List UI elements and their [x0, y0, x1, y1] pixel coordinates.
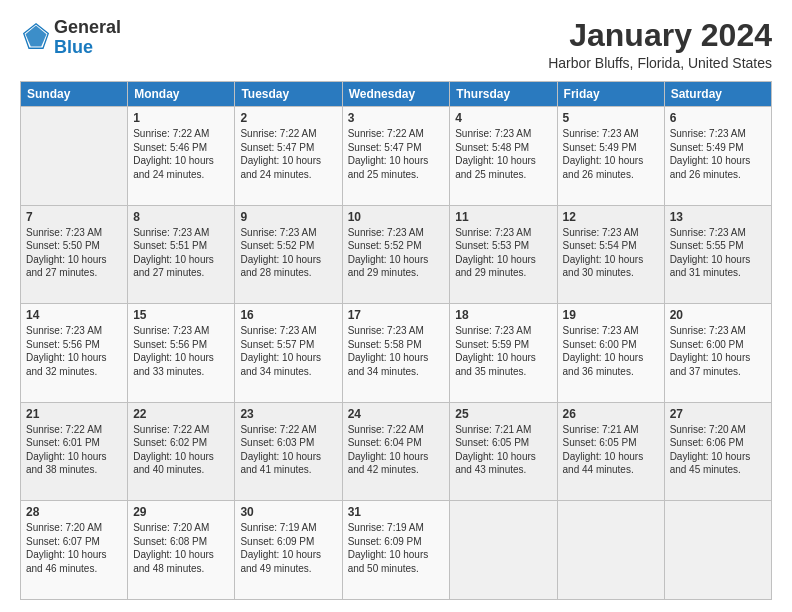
calendar-cell: 14Sunrise: 7:23 AM Sunset: 5:56 PM Dayli…: [21, 304, 128, 403]
day-info: Sunrise: 7:23 AM Sunset: 5:48 PM Dayligh…: [455, 127, 551, 181]
day-number: 3: [348, 111, 445, 125]
day-info: Sunrise: 7:23 AM Sunset: 6:00 PM Dayligh…: [563, 324, 659, 378]
day-number: 7: [26, 210, 122, 224]
day-info: Sunrise: 7:23 AM Sunset: 5:52 PM Dayligh…: [240, 226, 336, 280]
day-number: 4: [455, 111, 551, 125]
day-info: Sunrise: 7:22 AM Sunset: 5:47 PM Dayligh…: [240, 127, 336, 181]
day-info: Sunrise: 7:20 AM Sunset: 6:08 PM Dayligh…: [133, 521, 229, 575]
day-info: Sunrise: 7:23 AM Sunset: 5:56 PM Dayligh…: [133, 324, 229, 378]
day-info: Sunrise: 7:22 AM Sunset: 6:03 PM Dayligh…: [240, 423, 336, 477]
day-info: Sunrise: 7:23 AM Sunset: 5:59 PM Dayligh…: [455, 324, 551, 378]
calendar-cell: 19Sunrise: 7:23 AM Sunset: 6:00 PM Dayli…: [557, 304, 664, 403]
day-number: 12: [563, 210, 659, 224]
day-info: Sunrise: 7:23 AM Sunset: 5:52 PM Dayligh…: [348, 226, 445, 280]
calendar-day-header: Saturday: [664, 82, 771, 107]
calendar-cell: [21, 107, 128, 206]
day-info: Sunrise: 7:22 AM Sunset: 5:47 PM Dayligh…: [348, 127, 445, 181]
calendar-cell: 4Sunrise: 7:23 AM Sunset: 5:48 PM Daylig…: [450, 107, 557, 206]
calendar-cell: 16Sunrise: 7:23 AM Sunset: 5:57 PM Dayli…: [235, 304, 342, 403]
calendar-cell: [664, 501, 771, 600]
calendar-week-row: 21Sunrise: 7:22 AM Sunset: 6:01 PM Dayli…: [21, 402, 772, 501]
day-number: 28: [26, 505, 122, 519]
day-number: 21: [26, 407, 122, 421]
day-info: Sunrise: 7:23 AM Sunset: 6:00 PM Dayligh…: [670, 324, 766, 378]
calendar-cell: 9Sunrise: 7:23 AM Sunset: 5:52 PM Daylig…: [235, 205, 342, 304]
calendar-cell: 24Sunrise: 7:22 AM Sunset: 6:04 PM Dayli…: [342, 402, 450, 501]
logo: General Blue: [20, 18, 121, 58]
calendar-cell: 30Sunrise: 7:19 AM Sunset: 6:09 PM Dayli…: [235, 501, 342, 600]
calendar-header-row: SundayMondayTuesdayWednesdayThursdayFrid…: [21, 82, 772, 107]
day-info: Sunrise: 7:23 AM Sunset: 5:54 PM Dayligh…: [563, 226, 659, 280]
day-number: 2: [240, 111, 336, 125]
day-info: Sunrise: 7:23 AM Sunset: 5:53 PM Dayligh…: [455, 226, 551, 280]
day-info: Sunrise: 7:23 AM Sunset: 5:58 PM Dayligh…: [348, 324, 445, 378]
calendar-cell: 31Sunrise: 7:19 AM Sunset: 6:09 PM Dayli…: [342, 501, 450, 600]
calendar-cell: 5Sunrise: 7:23 AM Sunset: 5:49 PM Daylig…: [557, 107, 664, 206]
calendar-cell: 23Sunrise: 7:22 AM Sunset: 6:03 PM Dayli…: [235, 402, 342, 501]
day-info: Sunrise: 7:23 AM Sunset: 5:56 PM Dayligh…: [26, 324, 122, 378]
day-number: 9: [240, 210, 336, 224]
calendar-cell: [450, 501, 557, 600]
calendar-cell: 10Sunrise: 7:23 AM Sunset: 5:52 PM Dayli…: [342, 205, 450, 304]
calendar-day-header: Wednesday: [342, 82, 450, 107]
day-info: Sunrise: 7:22 AM Sunset: 5:46 PM Dayligh…: [133, 127, 229, 181]
location-text: Harbor Bluffs, Florida, United States: [548, 55, 772, 71]
calendar-cell: 2Sunrise: 7:22 AM Sunset: 5:47 PM Daylig…: [235, 107, 342, 206]
day-number: 11: [455, 210, 551, 224]
day-number: 27: [670, 407, 766, 421]
calendar-week-row: 1Sunrise: 7:22 AM Sunset: 5:46 PM Daylig…: [21, 107, 772, 206]
calendar-cell: 27Sunrise: 7:20 AM Sunset: 6:06 PM Dayli…: [664, 402, 771, 501]
title-area: January 2024 Harbor Bluffs, Florida, Uni…: [548, 18, 772, 71]
day-number: 29: [133, 505, 229, 519]
day-number: 14: [26, 308, 122, 322]
month-title: January 2024: [548, 18, 772, 53]
day-info: Sunrise: 7:19 AM Sunset: 6:09 PM Dayligh…: [348, 521, 445, 575]
day-number: 26: [563, 407, 659, 421]
calendar-cell: 22Sunrise: 7:22 AM Sunset: 6:02 PM Dayli…: [128, 402, 235, 501]
day-info: Sunrise: 7:19 AM Sunset: 6:09 PM Dayligh…: [240, 521, 336, 575]
day-number: 31: [348, 505, 445, 519]
day-info: Sunrise: 7:23 AM Sunset: 5:51 PM Dayligh…: [133, 226, 229, 280]
calendar-week-row: 7Sunrise: 7:23 AM Sunset: 5:50 PM Daylig…: [21, 205, 772, 304]
logo-general-text: General: [54, 17, 121, 37]
day-number: 23: [240, 407, 336, 421]
calendar-cell: 18Sunrise: 7:23 AM Sunset: 5:59 PM Dayli…: [450, 304, 557, 403]
calendar-cell: 20Sunrise: 7:23 AM Sunset: 6:00 PM Dayli…: [664, 304, 771, 403]
calendar-cell: 12Sunrise: 7:23 AM Sunset: 5:54 PM Dayli…: [557, 205, 664, 304]
day-info: Sunrise: 7:23 AM Sunset: 5:49 PM Dayligh…: [670, 127, 766, 181]
day-info: Sunrise: 7:23 AM Sunset: 5:50 PM Dayligh…: [26, 226, 122, 280]
calendar-cell: 29Sunrise: 7:20 AM Sunset: 6:08 PM Dayli…: [128, 501, 235, 600]
calendar-cell: 6Sunrise: 7:23 AM Sunset: 5:49 PM Daylig…: [664, 107, 771, 206]
svg-marker-0: [26, 25, 47, 46]
calendar-cell: 17Sunrise: 7:23 AM Sunset: 5:58 PM Dayli…: [342, 304, 450, 403]
day-info: Sunrise: 7:22 AM Sunset: 6:02 PM Dayligh…: [133, 423, 229, 477]
day-number: 30: [240, 505, 336, 519]
calendar-cell: 15Sunrise: 7:23 AM Sunset: 5:56 PM Dayli…: [128, 304, 235, 403]
day-info: Sunrise: 7:22 AM Sunset: 6:01 PM Dayligh…: [26, 423, 122, 477]
day-number: 19: [563, 308, 659, 322]
calendar-cell: [557, 501, 664, 600]
calendar-cell: 11Sunrise: 7:23 AM Sunset: 5:53 PM Dayli…: [450, 205, 557, 304]
calendar-cell: 26Sunrise: 7:21 AM Sunset: 6:05 PM Dayli…: [557, 402, 664, 501]
calendar-cell: 7Sunrise: 7:23 AM Sunset: 5:50 PM Daylig…: [21, 205, 128, 304]
calendar-cell: 25Sunrise: 7:21 AM Sunset: 6:05 PM Dayli…: [450, 402, 557, 501]
day-number: 24: [348, 407, 445, 421]
day-number: 1: [133, 111, 229, 125]
calendar-cell: 1Sunrise: 7:22 AM Sunset: 5:46 PM Daylig…: [128, 107, 235, 206]
calendar-day-header: Tuesday: [235, 82, 342, 107]
calendar-cell: 28Sunrise: 7:20 AM Sunset: 6:07 PM Dayli…: [21, 501, 128, 600]
day-number: 16: [240, 308, 336, 322]
day-info: Sunrise: 7:23 AM Sunset: 5:49 PM Dayligh…: [563, 127, 659, 181]
day-number: 6: [670, 111, 766, 125]
day-number: 10: [348, 210, 445, 224]
day-info: Sunrise: 7:21 AM Sunset: 6:05 PM Dayligh…: [455, 423, 551, 477]
day-number: 17: [348, 308, 445, 322]
day-number: 13: [670, 210, 766, 224]
day-number: 18: [455, 308, 551, 322]
day-number: 15: [133, 308, 229, 322]
calendar-week-row: 28Sunrise: 7:20 AM Sunset: 6:07 PM Dayli…: [21, 501, 772, 600]
calendar-day-header: Thursday: [450, 82, 557, 107]
calendar-table: SundayMondayTuesdayWednesdayThursdayFrid…: [20, 81, 772, 600]
day-info: Sunrise: 7:21 AM Sunset: 6:05 PM Dayligh…: [563, 423, 659, 477]
day-info: Sunrise: 7:22 AM Sunset: 6:04 PM Dayligh…: [348, 423, 445, 477]
